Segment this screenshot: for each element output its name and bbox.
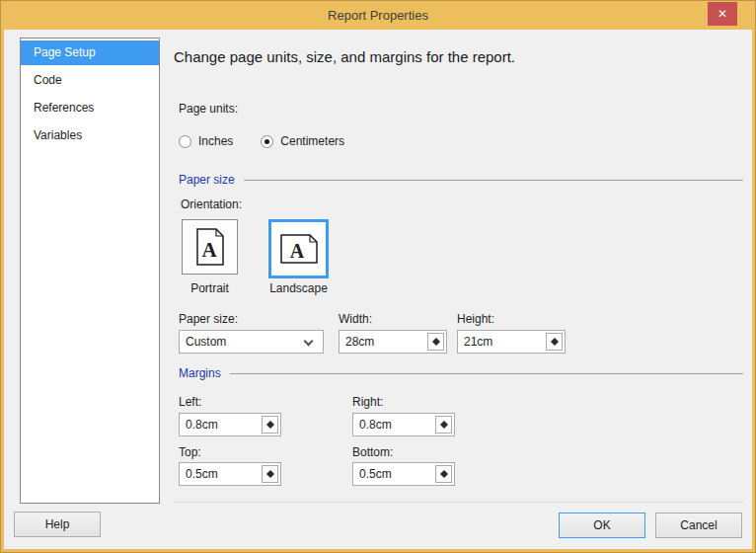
margin-right-input[interactable]: 0.8cm — [352, 413, 455, 436]
portrait-page-icon: A — [195, 228, 225, 266]
spin-up-button[interactable] — [436, 466, 451, 474]
group-divider-line — [244, 180, 743, 181]
margin-right-value: 0.8cm — [359, 418, 392, 432]
margin-left-spinner — [262, 416, 278, 434]
spin-up-button[interactable] — [263, 466, 277, 474]
help-button[interactable]: Help — [14, 512, 101, 537]
spin-down-button[interactable] — [263, 425, 277, 433]
orientation-portrait-button[interactable]: A — [182, 219, 238, 275]
width-spinner — [427, 333, 444, 351]
spin-down-button[interactable] — [547, 342, 562, 350]
close-icon: ✕ — [718, 7, 727, 21]
paper-size-dropdown[interactable]: Custom — [179, 330, 324, 354]
margins-group-header: Margins — [179, 366, 743, 380]
margin-top-input[interactable]: 0.5cm — [179, 462, 281, 486]
sidebar-item-references[interactable]: References — [21, 96, 159, 120]
margin-top-value: 0.5cm — [186, 467, 218, 481]
page-title: Change page units, size, and margins for… — [174, 48, 515, 65]
margin-bottom-label: Bottom: — [352, 445, 393, 459]
sidebar-item-variables[interactable]: Variables — [21, 123, 159, 148]
chevron-down-icon — [304, 337, 314, 347]
margin-left-input[interactable]: 0.8cm — [179, 413, 281, 436]
margin-right-label: Right: — [352, 395, 383, 409]
margin-left-label: Left: — [179, 395, 201, 409]
window-title: Report Properties — [328, 8, 428, 23]
width-input[interactable]: 28cm — [339, 330, 447, 354]
margin-top-spinner — [262, 465, 278, 483]
margin-left-value: 0.8cm — [186, 418, 218, 432]
landscape-page-icon: A — [279, 234, 319, 264]
spin-down-button[interactable] — [436, 425, 451, 433]
spin-up-button[interactable] — [547, 334, 562, 342]
group-divider-line — [230, 373, 743, 374]
margin-bottom-input[interactable]: 0.5cm — [352, 462, 455, 486]
paper-size-group-label: Paper size — [179, 173, 235, 187]
orientation-label: Orientation: — [181, 198, 242, 211]
cancel-button[interactable]: Cancel — [655, 513, 742, 538]
page-units-label: Page units: — [179, 102, 238, 116]
category-list: Page Setup Code References Variables — [20, 38, 160, 504]
spin-up-button[interactable] — [428, 334, 443, 342]
svg-text:A: A — [289, 240, 304, 262]
radio-circle-icon — [261, 135, 273, 148]
paper-size-group-header: Paper size — [179, 173, 743, 187]
radio-centimeters[interactable]: Centimeters — [261, 134, 344, 148]
height-value: 21cm — [464, 335, 492, 349]
svg-text:A: A — [201, 238, 217, 262]
width-value: 28cm — [345, 335, 374, 349]
ok-button[interactable]: OK — [559, 513, 645, 538]
height-input[interactable]: 21cm — [457, 330, 566, 354]
landscape-caption: Landscape — [268, 281, 329, 295]
spin-up-button[interactable] — [436, 417, 451, 425]
margin-right-spinner — [435, 416, 452, 434]
paper-size-value: Custom — [186, 335, 226, 349]
height-spinner — [546, 333, 563, 351]
radio-centimeters-label: Centimeters — [280, 134, 344, 148]
paper-size-label: Paper size: — [179, 312, 238, 326]
title-bar: Report Properties — [1, 1, 755, 30]
spin-down-button[interactable] — [428, 342, 443, 350]
footer-divider — [174, 502, 743, 503]
sidebar-item-code[interactable]: Code — [21, 68, 159, 93]
margin-bottom-spinner — [435, 465, 452, 483]
spin-down-button[interactable] — [436, 474, 451, 482]
radio-inches-label: Inches — [198, 134, 233, 148]
margin-bottom-value: 0.5cm — [359, 467, 392, 481]
margin-top-label: Top: — [179, 445, 201, 459]
close-button[interactable]: ✕ — [708, 2, 737, 26]
report-properties-dialog: Report Properties ✕ Page Setup Code Refe… — [0, 0, 756, 553]
page-units-radio-group: Inches Centimeters — [179, 134, 344, 148]
margins-group-label: Margins — [179, 366, 221, 380]
orientation-landscape-button[interactable]: A — [268, 219, 329, 278]
dialog-content: Page Setup Code References Variables Cha… — [4, 30, 752, 549]
sidebar-item-page-setup[interactable]: Page Setup — [21, 40, 159, 65]
radio-inches[interactable]: Inches — [179, 134, 233, 148]
radio-circle-icon — [179, 135, 191, 148]
spin-up-button[interactable] — [263, 417, 277, 425]
height-label: Height: — [457, 312, 494, 326]
portrait-caption: Portrait — [182, 281, 238, 295]
width-label: Width: — [339, 312, 372, 326]
spin-down-button[interactable] — [263, 474, 277, 482]
